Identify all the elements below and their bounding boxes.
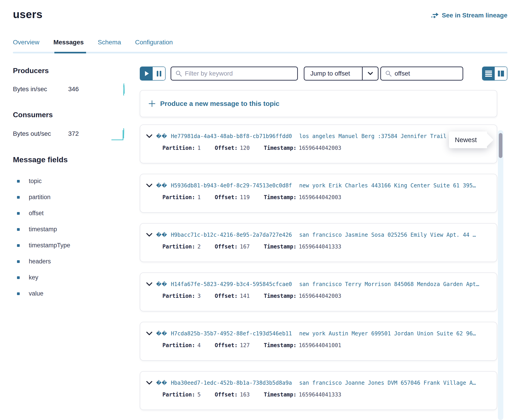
bytes-in-value: 346 [68, 86, 79, 93]
bytes-in-label: Bytes in/sec [13, 86, 68, 93]
timestamp-label: Timestamp: [264, 194, 297, 201]
tab-schema[interactable]: Schema [98, 39, 121, 52]
consumers-heading: Consumers [13, 111, 140, 119]
timestamp-value: 1659644042003 [299, 145, 341, 151]
expand-chevron-icon[interactable] [146, 331, 153, 336]
newest-tooltip-label: Newest [455, 136, 477, 144]
message-row[interactable]: �� Hba30eed7-1edc-452b-8b1a-738d3b5d8a9a… [140, 371, 497, 410]
list-view-button[interactable] [483, 67, 495, 80]
field-item-value: value [13, 285, 140, 302]
topic-messages-page: users See in Stream lineage Overview Mes… [0, 0, 516, 420]
offset-label: Offset: [215, 243, 238, 250]
view-mode-toggle [482, 67, 507, 81]
expand-chevron-icon[interactable] [146, 134, 153, 138]
offset-value: 120 [240, 145, 250, 151]
select-chevron-button[interactable] [362, 67, 378, 80]
partition-label: Partition: [162, 342, 195, 348]
play-pause-toggle [140, 67, 166, 81]
message-key: He77981da-4a43-48ab-b8f8-cb71b96ffdd0 [171, 133, 292, 139]
keyword-filter-field [170, 67, 298, 81]
offset-search-input[interactable] [395, 70, 458, 77]
page-title: users [13, 8, 43, 21]
offset-label: Offset: [215, 293, 238, 299]
message-row[interactable]: �� He77981da-4a43-48ab-b8f8-cb71b96ffdd0… [140, 124, 497, 163]
binary-glyphs: �� [156, 183, 167, 188]
field-label: timestampType [29, 242, 70, 249]
field-bullet-icon [17, 212, 20, 215]
field-label: timestamp [29, 226, 57, 233]
field-bullet-icon [17, 180, 20, 183]
expand-chevron-icon[interactable] [146, 381, 153, 385]
tab-configuration[interactable]: Configuration [135, 39, 173, 52]
partition-value: 2 [198, 243, 201, 250]
search-icon [175, 70, 182, 77]
binary-glyphs: �� [156, 331, 167, 337]
message-list-scrollbar-thumb[interactable] [499, 133, 502, 158]
offset-label: Offset: [215, 194, 238, 201]
message-fields-list: topic partition offset timestamp timesta… [13, 173, 140, 302]
partition-label: Partition: [162, 293, 195, 299]
consumers-sparkline [111, 127, 129, 141]
split-view-icon [498, 71, 500, 76]
partition-value: 3 [198, 293, 201, 299]
timestamp-label: Timestamp: [264, 391, 297, 398]
message-row[interactable]: �� H5936db81-b943-4e0f-8c29-74513e0c0d8f… [140, 174, 497, 213]
partition-value: 1 [198, 145, 201, 151]
expand-chevron-icon[interactable] [146, 282, 153, 286]
offset-label: Offset: [215, 391, 238, 398]
field-bullet-icon [17, 228, 20, 231]
message-value-preview: new york Erik Charles 443166 King Center… [299, 182, 476, 189]
field-item-key: key [13, 270, 140, 285]
binary-glyphs: �� [156, 281, 167, 287]
field-item-topic: topic [13, 173, 140, 189]
partition-label: Partition: [162, 145, 195, 151]
timestamp-label: Timestamp: [264, 145, 297, 151]
expand-chevron-icon[interactable] [146, 184, 153, 188]
message-list-scrollbar-track[interactable] [498, 130, 503, 420]
tab-bar: Overview Messages Schema Configuration [0, 39, 516, 53]
timestamp-label: Timestamp: [264, 293, 297, 299]
stream-lineage-link[interactable]: See in Stream lineage [431, 12, 507, 19]
produce-message-label: Produce a new message to this topic [160, 100, 279, 107]
partition-value: 1 [198, 194, 201, 201]
split-view-button[interactable] [495, 67, 507, 80]
timestamp-value: 1659644041001 [299, 342, 341, 348]
tab-messages[interactable]: Messages [54, 39, 84, 52]
field-label: partition [29, 194, 51, 201]
field-item-offset: offset [13, 205, 140, 221]
field-item-headers: headers [13, 254, 140, 270]
binary-glyphs: �� [156, 133, 167, 139]
play-button[interactable] [140, 67, 153, 80]
message-value-preview: san francisco Joanne Jones DVM 657046 Fr… [299, 380, 476, 386]
partition-label: Partition: [162, 391, 195, 398]
message-value-preview: san francisco Jasmine Sosa 025256 Emily … [299, 232, 476, 238]
tab-overview[interactable]: Overview [13, 39, 39, 52]
partition-value: 5 [198, 391, 201, 398]
offset-value: 167 [240, 243, 250, 250]
message-row[interactable]: �� H14fa67fe-5823-4299-b3c4-595845cfcae0… [140, 272, 497, 311]
message-key: H7cda825b-35b7-4952-88ef-c193d546eb11 [171, 330, 292, 337]
message-key: H5936db81-b943-4e0f-8c29-74513e0c0d8f [171, 182, 292, 189]
bytes-out-label: Bytes out/sec [13, 130, 68, 137]
field-bullet-icon [17, 260, 20, 263]
field-label: topic [29, 178, 42, 185]
bytes-out-value: 372 [68, 130, 79, 137]
expand-chevron-icon[interactable] [146, 233, 153, 237]
message-key: H14fa67fe-5823-4299-b3c4-595845cfcae0 [171, 281, 292, 287]
field-label: offset [29, 210, 44, 217]
pause-button[interactable] [153, 67, 165, 80]
timestamp-value: 1659644042003 [299, 194, 341, 201]
plus-icon [148, 100, 156, 107]
field-bullet-icon [17, 276, 20, 279]
message-row[interactable]: �� H9bacc71c-b12c-4216-8e95-2a7da727e426… [140, 223, 497, 262]
keyword-filter-input[interactable] [185, 70, 293, 77]
binary-glyphs: �� [156, 232, 167, 238]
message-value-preview: san francisco Terry Morrison 845068 Mend… [299, 281, 479, 287]
jump-to-offset-select[interactable]: Jump to offset [304, 67, 378, 81]
list-view-icon [485, 70, 492, 77]
timestamp-value: 1659644042003 [299, 293, 341, 299]
timestamp-label: Timestamp: [264, 243, 297, 250]
message-row[interactable]: �� H7cda825b-35b7-4952-88ef-c193d546eb11… [140, 322, 497, 361]
timestamp-label: Timestamp: [264, 342, 297, 348]
produce-message-button[interactable]: Produce a new message to this topic [140, 90, 497, 117]
